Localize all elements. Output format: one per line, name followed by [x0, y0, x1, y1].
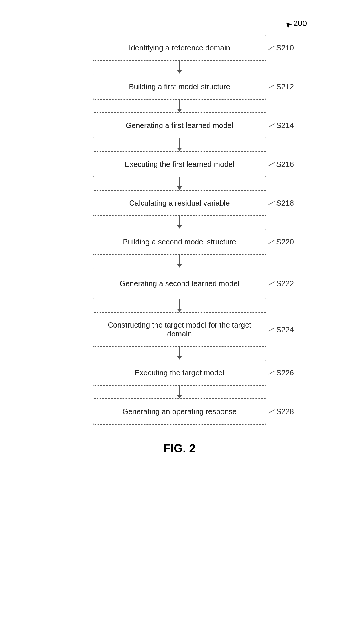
- label-tick-s212: [268, 85, 275, 88]
- step-row-s228: Generating an operating response S228: [49, 398, 310, 425]
- step-label-s212: Building a first model structure: [129, 82, 230, 91]
- connector-5-6: [177, 255, 182, 268]
- label-tick-s228: [268, 409, 275, 413]
- arrow-down-icon: [177, 225, 182, 229]
- v-line: [179, 100, 180, 109]
- label-connector-s212: S212: [268, 82, 294, 91]
- arrow-down-icon: [177, 186, 182, 190]
- step-label-s224: Constructing the target model for the ta…: [99, 321, 260, 339]
- step-row-s214: Generating a first learned model S214: [49, 112, 310, 138]
- arrow-down-icon: [177, 395, 182, 398]
- label-connector-s226: S226: [268, 368, 294, 377]
- step-row-s210: Identifying a reference domain S210: [49, 35, 310, 61]
- v-line: [179, 216, 180, 225]
- arrow-down-icon: [177, 109, 182, 112]
- step-box-s212: Building a first model structure: [93, 74, 266, 100]
- connector-4-5: [177, 216, 182, 229]
- v-line: [179, 177, 180, 186]
- label-tick-s224: [268, 328, 275, 331]
- step-box-s210: Identifying a reference domain: [93, 35, 266, 61]
- label-tick-s220: [268, 240, 275, 244]
- step-label-s220: Building a second model structure: [123, 237, 236, 246]
- arrow-down-icon: [177, 70, 182, 74]
- step-id-s210: S210: [276, 43, 294, 52]
- label-tick-s214: [268, 123, 275, 127]
- connector-1-2: [177, 100, 182, 112]
- connector-8-9: [177, 386, 182, 398]
- step-row-s226: Executing the target model S226: [49, 360, 310, 386]
- arrow-down-icon: [177, 356, 182, 360]
- label-connector-s218: S218: [268, 199, 294, 208]
- step-id-s226: S226: [276, 368, 294, 377]
- label-connector-s228: S228: [268, 407, 294, 416]
- label-connector-s210: S210: [268, 43, 294, 52]
- step-box-s224: Constructing the target model for the ta…: [93, 312, 266, 347]
- step-id-s228: S228: [276, 407, 294, 416]
- step-id-s216: S216: [276, 160, 294, 169]
- step-row-s212: Building a first model structure S212: [49, 74, 310, 100]
- step-row-s220: Building a second model structure S220: [49, 229, 310, 255]
- label-tick-s226: [268, 371, 275, 374]
- connector-3-4: [177, 177, 182, 190]
- v-line: [179, 138, 180, 148]
- step-id-s220: S220: [276, 237, 294, 246]
- step-label-s222: Generating a second learned model: [120, 279, 239, 288]
- step-box-s220: Building a second model structure: [93, 229, 266, 255]
- step-id-s224: S224: [276, 325, 294, 334]
- v-line: [179, 347, 180, 356]
- ref-arrow-icon: ➤: [283, 19, 294, 31]
- label-tick-s222: [268, 281, 275, 285]
- step-id-s214: S214: [276, 121, 294, 130]
- connector-2-3: [177, 138, 182, 151]
- step-row-s224: Constructing the target model for the ta…: [49, 312, 310, 347]
- step-label-s216: Executing the first learned model: [125, 160, 235, 169]
- label-connector-s220: S220: [268, 237, 294, 246]
- label-connector-s214: S214: [268, 121, 294, 130]
- label-connector-s216: S216: [268, 160, 294, 169]
- v-line: [179, 255, 180, 264]
- arrow-down-icon: [177, 148, 182, 151]
- label-connector-s224: S224: [268, 325, 294, 334]
- figure-caption: FIG. 2: [163, 442, 195, 455]
- step-row-s222: Generating a second learned model S222: [49, 268, 310, 299]
- step-box-s216: Executing the first learned model: [93, 151, 266, 177]
- step-box-s214: Generating a first learned model: [93, 112, 266, 138]
- step-box-s218: Calculating a residual variable: [93, 190, 266, 216]
- step-label-s218: Calculating a residual variable: [129, 199, 230, 208]
- label-tick-s216: [268, 162, 275, 166]
- arrow-down-icon: [177, 309, 182, 312]
- step-id-s222: S222: [276, 279, 294, 288]
- step-row-s216: Executing the first learned model S216: [49, 151, 310, 177]
- step-label-s210: Identifying a reference domain: [129, 43, 230, 52]
- step-id-s212: S212: [276, 82, 294, 91]
- step-row-s218: Calculating a residual variable S218: [49, 190, 310, 216]
- step-id-s218: S218: [276, 199, 294, 208]
- label-connector-s222: S222: [268, 279, 294, 288]
- connector-7-8: [177, 347, 182, 360]
- figure-reference: ➤ 200: [285, 19, 307, 30]
- v-line: [179, 299, 180, 309]
- arrow-down-icon: [177, 264, 182, 268]
- v-line: [179, 61, 180, 70]
- figure-number: 200: [293, 19, 307, 28]
- label-tick-s210: [268, 46, 275, 50]
- label-tick-s218: [268, 201, 275, 205]
- step-label-s226: Executing the target model: [135, 368, 224, 377]
- connector-0-1: [177, 61, 182, 74]
- connector-6-7: [177, 299, 182, 312]
- v-line: [179, 386, 180, 395]
- step-box-s226: Executing the target model: [93, 360, 266, 386]
- diagram-container: ➤ 200 Identifying a reference domain S21…: [49, 17, 310, 466]
- step-label-s228: Generating an operating response: [122, 407, 237, 416]
- step-box-s222: Generating a second learned model: [93, 268, 266, 299]
- step-box-s228: Generating an operating response: [93, 398, 266, 425]
- flow-wrapper: Identifying a reference domain S210 Buil…: [49, 35, 310, 425]
- step-label-s214: Generating a first learned model: [126, 121, 233, 130]
